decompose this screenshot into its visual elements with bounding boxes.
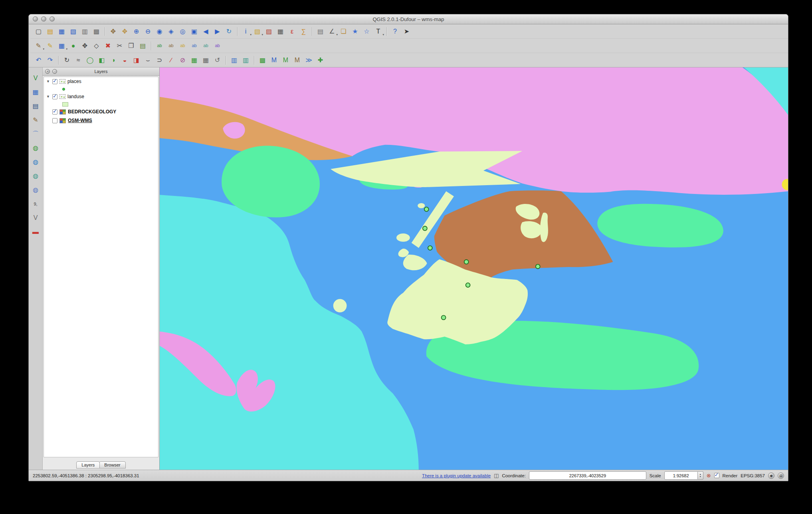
layer-item-osm-wms[interactable]: OSM-WMS <box>44 116 158 125</box>
composer-manager-button[interactable]: ▩ <box>91 26 102 37</box>
save-project-as-button[interactable]: ▧ <box>68 26 79 37</box>
copy-features-button[interactable]: ❐ <box>126 40 137 51</box>
add-vector-layer-button[interactable]: V <box>30 73 41 83</box>
add-raster-layer-button[interactable]: ▦ <box>30 87 41 97</box>
rotate-label-button[interactable]: ab <box>200 40 211 51</box>
mapserver-export-button[interactable]: M <box>280 55 291 65</box>
coordinate-input[interactable] <box>529 471 646 480</box>
remove-layer-button[interactable]: ▬ <box>30 227 41 237</box>
messages-log-icon[interactable]: ▤ <box>778 472 784 479</box>
add-wfs-layer-button[interactable]: ◍ <box>30 185 41 195</box>
move-feature-button[interactable]: ✥ <box>79 40 90 51</box>
add-postgis-layer-button[interactable]: ▤ <box>30 101 41 111</box>
reshape-features-button[interactable]: ⌣ <box>143 55 153 65</box>
new-project-button[interactable]: ▢ <box>33 26 44 37</box>
zoom-out-button[interactable]: ⊖ <box>143 26 153 37</box>
open-attribute-table-button[interactable]: ▦ <box>275 26 286 37</box>
merge-features-button[interactable]: ▦ <box>189 55 200 65</box>
field-calculator-button[interactable]: ε <box>287 26 297 37</box>
zoom-in-button[interactable]: ⊕ <box>131 26 142 37</box>
scale-input[interactable] <box>664 471 698 480</box>
layer-visibility-checkbox[interactable] <box>52 79 57 84</box>
crs-status-icon[interactable]: ◉ <box>768 472 774 479</box>
offset-curve-button[interactable]: ⊃ <box>154 55 165 65</box>
db-manager-button[interactable]: ▩ <box>257 55 268 65</box>
node-tool-button[interactable]: ◇ <box>91 40 102 51</box>
layer-visibility-checkbox[interactable] <box>52 118 57 123</box>
rotate-point-symbols-button[interactable]: ↺ <box>212 55 223 65</box>
whats-this-button[interactable]: ➤ <box>401 26 412 37</box>
new-shapefile-layer-button[interactable]: V <box>30 213 41 223</box>
disclosure-triangle-icon[interactable]: ▼ <box>46 79 50 83</box>
disclosure-triangle-icon[interactable]: ▼ <box>46 95 50 99</box>
layer-item-places[interactable]: ▼places <box>44 77 158 86</box>
delete-part-button[interactable]: ◨ <box>131 55 142 65</box>
toggle-editing-button[interactable]: ✎ <box>45 40 55 51</box>
move-label-button[interactable]: ab <box>189 40 200 51</box>
cut-features-button[interactable]: ✂ <box>114 40 125 51</box>
open-project-button[interactable]: ▤ <box>45 26 55 37</box>
paste-features-button[interactable]: ▤ <box>137 40 148 51</box>
plugin-icon[interactable]: ◫ <box>494 472 499 478</box>
offline-editing-button[interactable]: M <box>292 55 303 65</box>
deselect-features-button[interactable]: ▨ <box>263 26 274 37</box>
identify-features-button[interactable]: i▾ <box>240 26 251 37</box>
simplify-feature-button[interactable]: ≈ <box>73 55 84 65</box>
layer-item-bedrockgeology[interactable]: BEDROCKGEOLOGY <box>44 107 158 116</box>
metasearch-button[interactable]: M <box>269 55 279 65</box>
raster-toolbar-stretch-button[interactable]: ▥ <box>240 55 251 65</box>
panel-tab-layers[interactable]: Layers <box>76 461 100 469</box>
new-print-composer-button[interactable]: ▥ <box>79 26 90 37</box>
fill-ring-button[interactable]: ◑ <box>108 55 119 65</box>
raster-toolbar-histogram-button[interactable]: ▥ <box>229 55 240 65</box>
map-tips-button[interactable]: ❏ <box>338 26 349 37</box>
rotate-feature-button[interactable]: ↻ <box>61 55 72 65</box>
add-feature-button[interactable]: ● <box>68 40 79 51</box>
highlight-pinned-labels-button[interactable]: ab <box>177 40 188 51</box>
current-edits-button[interactable]: ✎▾ <box>33 40 44 51</box>
zoom-full-button[interactable]: ◈ <box>166 26 176 37</box>
refresh-map-button[interactable]: ↻ <box>224 26 234 37</box>
select-features-button[interactable]: ▧▾ <box>252 26 263 37</box>
close-window-button[interactable] <box>33 16 38 22</box>
help-contents-button[interactable]: ? <box>390 26 400 37</box>
zoom-next-button[interactable]: ▶ <box>212 26 223 37</box>
add-wcs-layer-button[interactable]: ◍ <box>30 171 41 181</box>
plugin-manager-button[interactable]: ✚ <box>315 55 326 65</box>
add-delimited-text-layer-button[interactable]: 9, <box>30 199 41 209</box>
pan-to-selection-button[interactable]: ✥ <box>119 26 130 37</box>
plugin-update-link[interactable]: There is a plugin update available <box>422 473 491 478</box>
stop-render-icon[interactable]: ⊗ <box>707 472 711 478</box>
save-layer-edits-button[interactable]: ▦▾ <box>56 40 67 51</box>
show-bookmarks-button[interactable]: ☆ <box>361 26 372 37</box>
add-ring-button[interactable]: ◯ <box>85 55 95 65</box>
redo-button[interactable]: ↷ <box>45 55 55 65</box>
delete-selected-button[interactable]: ✖ <box>103 40 113 51</box>
change-label-button[interactable]: ab <box>212 40 223 51</box>
zoom-last-button[interactable]: ◀ <box>200 26 211 37</box>
save-project-button[interactable]: ▦ <box>56 26 67 37</box>
layer-labeling-options-button[interactable]: ab <box>154 40 165 51</box>
merge-feature-attributes-button[interactable]: ▦ <box>200 55 211 65</box>
undo-button[interactable]: ↶ <box>33 55 44 65</box>
zoom-to-layer-button[interactable]: ▣ <box>189 26 200 37</box>
add-oracle-layer-button[interactable]: ◍ <box>30 143 41 153</box>
add-wms-layer-button[interactable]: ◍ <box>30 157 41 167</box>
layer-visibility-checkbox[interactable] <box>52 94 57 99</box>
split-features-button[interactable]: ∕ <box>166 55 176 65</box>
split-parts-button[interactable]: ⊘ <box>177 55 188 65</box>
zoom-window-button[interactable] <box>50 16 55 22</box>
zoom-native-button[interactable]: ◉ <box>154 26 165 37</box>
minimize-window-button[interactable] <box>41 16 46 22</box>
add-part-button[interactable]: ◧ <box>96 55 107 65</box>
print-layout-button[interactable]: ▤ <box>315 26 326 37</box>
map-canvas[interactable] <box>160 67 788 470</box>
text-annotation-button[interactable]: T▾ <box>373 26 384 37</box>
measure-line-button[interactable]: ∠▾ <box>327 26 337 37</box>
zoom-to-selection-button[interactable]: ◎ <box>177 26 188 37</box>
layer-visibility-checkbox[interactable] <box>52 109 57 115</box>
scale-stepper[interactable]: ▲▼ <box>698 471 703 480</box>
add-spatialite-layer-button[interactable]: ✎ <box>30 115 41 125</box>
panel-tab-browser[interactable]: Browser <box>99 461 125 469</box>
render-checkbox[interactable] <box>714 473 719 478</box>
